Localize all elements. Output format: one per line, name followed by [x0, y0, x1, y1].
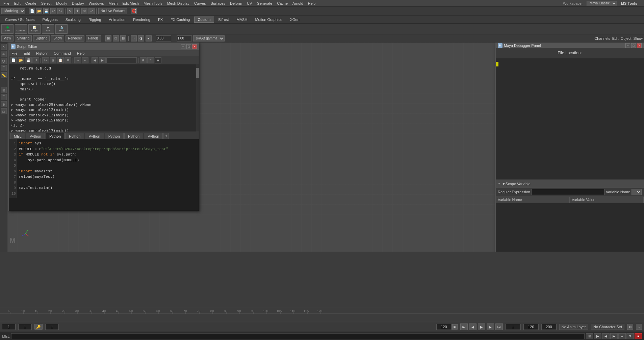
menu-display[interactable]: Display	[70, 1, 86, 6]
anim-end-input[interactable]	[436, 324, 452, 330]
tab-python-5[interactable]: Python	[105, 133, 124, 139]
menu-select[interactable]: Select	[39, 1, 54, 6]
se-prev-btn[interactable]: ◀	[92, 57, 98, 63]
menu-windows[interactable]: Windows	[87, 1, 106, 6]
mode-dropdown[interactable]: Modeling	[1, 8, 25, 14]
tab-motion-graphics[interactable]: Motion Graphics	[251, 17, 286, 23]
vp-icon-4[interactable]: ○	[131, 35, 137, 41]
menu-cache[interactable]: Cache	[275, 1, 290, 6]
start-frame-input[interactable]	[2, 324, 16, 330]
menu-create[interactable]: Create	[23, 1, 38, 6]
se-reload-btn[interactable]: ↺	[32, 57, 39, 63]
save-scene-btn[interactable]: 💾	[43, 8, 49, 14]
run-btn[interactable]: ▶ run	[42, 24, 54, 34]
tab-mash[interactable]: MASH	[233, 17, 251, 23]
tab-python-2[interactable]: Python	[46, 133, 65, 139]
script-editor-titlebar[interactable]: M Script Editor – □ ✕	[9, 43, 199, 50]
minimize-btn[interactable]: –	[181, 44, 185, 49]
se-new-btn[interactable]: 📄	[10, 57, 17, 63]
menu-file[interactable]: File	[1, 1, 11, 6]
open-scene-btn[interactable]: 📂	[36, 8, 42, 14]
vp-icon-3[interactable]: ⊟	[120, 35, 126, 41]
rotate-tool-btn[interactable]: ↻	[81, 8, 87, 14]
mel-stop-btn[interactable]: ■	[635, 333, 642, 339]
scope-variable-header[interactable]: ▼ ▼Scope Variable	[496, 180, 644, 188]
tab-python-7[interactable]: Python	[144, 133, 163, 139]
goto-start-btn[interactable]: ⏮	[460, 323, 468, 330]
range-end-input[interactable]	[541, 324, 557, 330]
menu-surfaces[interactable]: Surfaces	[209, 1, 227, 6]
se-cut-btn[interactable]: ✂	[42, 57, 49, 63]
mel-prev-btn[interactable]: ◀	[602, 333, 610, 339]
snap-curve-btn[interactable]: ⌒	[1, 94, 7, 100]
menu-mesh[interactable]: Mesh	[106, 1, 120, 6]
current-frame-input[interactable]	[18, 324, 32, 330]
tab-rigging[interactable]: Rigging	[85, 17, 105, 23]
se-menu-edit[interactable]: Edit	[22, 51, 31, 55]
gamma-dropdown[interactable]: sRGB gamma	[193, 35, 225, 41]
se-unindent-btn[interactable]: ←	[82, 57, 88, 63]
goto-end-btn[interactable]: ⏭	[495, 323, 503, 330]
magnet-btn[interactable]: 🧲	[131, 8, 137, 14]
anim-end-icon[interactable]: ▣	[452, 324, 458, 330]
menu-meshdisplay[interactable]: Mesh Display	[165, 1, 191, 6]
range-display[interactable]	[523, 324, 539, 330]
vp-icon-6[interactable]: ●	[146, 35, 152, 41]
vp-icon-2[interactable]: □	[113, 35, 119, 41]
debugger-close-btn[interactable]: ✕	[637, 43, 642, 48]
varname-dropdown[interactable]	[632, 189, 642, 195]
scale-tool-btn[interactable]: ⤢	[88, 8, 95, 14]
debugger-minimize-btn[interactable]: –	[625, 43, 630, 48]
key-icon[interactable]: 🔑	[34, 324, 43, 330]
keyframe-input[interactable]	[45, 324, 59, 330]
tab-python-3[interactable]: Python	[65, 133, 84, 139]
vp-icon-5[interactable]: ◑	[138, 35, 144, 41]
snap-grid-btn[interactable]: ⊞	[1, 87, 7, 93]
tab-xgen[interactable]: XGen	[286, 17, 303, 23]
tab-sculpting[interactable]: Sculpting	[62, 17, 84, 23]
show-menu-btn[interactable]: Show	[51, 35, 64, 41]
se-menu-file[interactable]: File	[10, 51, 19, 55]
object-tab[interactable]: Object	[621, 36, 632, 40]
fog-input[interactable]	[156, 35, 171, 41]
menu-deform[interactable]: Deform	[228, 1, 244, 6]
debugger-maximize-btn[interactable]: □	[631, 43, 636, 48]
mel-input[interactable]	[11, 333, 585, 339]
script-code-area[interactable]: 12345678910 import sys MODULE = r"D:\Use…	[9, 139, 199, 211]
tree-btn[interactable]: 🌲 tree	[1, 24, 14, 34]
gamma-value-input[interactable]	[177, 35, 192, 41]
select-mode-btn[interactable]: ↖	[1, 44, 7, 50]
se-save-btn[interactable]: 💾	[25, 57, 32, 63]
play-btn[interactable]: ▶	[478, 323, 485, 330]
tab-curves-surfaces[interactable]: Curves / Surfaces	[1, 17, 38, 23]
redo-btn[interactable]: ↪	[57, 8, 63, 14]
se-open-btn[interactable]: 📂	[18, 57, 24, 63]
tab-add-btn[interactable]: +	[163, 133, 169, 139]
curve-tool-btn[interactable]: ⌒	[1, 65, 7, 71]
no-character-set-btn[interactable]: No Character Set	[591, 324, 624, 330]
menu-meshtools[interactable]: Mesh Tools	[141, 1, 164, 6]
edit-tab[interactable]: Edit	[612, 36, 619, 40]
vp-icon-1[interactable]: ⊞	[105, 35, 111, 41]
menu-modify[interactable]: Modify	[54, 1, 69, 6]
tab-python-1[interactable]: Python	[26, 133, 45, 139]
anim-settings-btn[interactable]: ⚙	[627, 324, 633, 330]
mel-grid-btn[interactable]: ⊞	[586, 333, 593, 339]
menu-generate[interactable]: Generate	[255, 1, 274, 6]
se-menu-history[interactable]: History	[35, 51, 49, 55]
menu-uv[interactable]: UV	[245, 1, 254, 6]
se-command-input[interactable]	[106, 57, 137, 63]
range-start-input[interactable]	[506, 324, 521, 330]
tab-bifrost[interactable]: Bifrost	[214, 17, 232, 23]
menu-edit[interactable]: Edit	[12, 1, 23, 6]
se-indent-btn[interactable]: →	[74, 57, 81, 63]
snap-view-btn[interactable]: □	[1, 108, 7, 114]
regex-input[interactable]	[532, 189, 604, 195]
workspace-dropdown[interactable]: Maya Classic	[587, 1, 617, 6]
mel-play-btn[interactable]: ▶	[594, 333, 601, 339]
tab-custom[interactable]: Custom	[194, 17, 214, 23]
menu-arnold[interactable]: Arnold	[290, 1, 305, 6]
tab-python-4[interactable]: Python	[85, 133, 104, 139]
mel-down-btn[interactable]: ▼	[626, 333, 634, 339]
select-tool-btn[interactable]: ↖	[67, 8, 73, 14]
